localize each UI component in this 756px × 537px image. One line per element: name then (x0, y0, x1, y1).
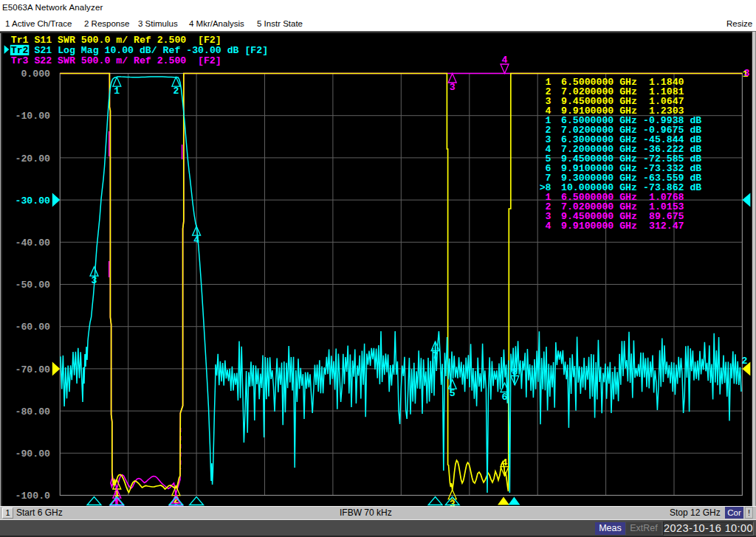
svg-text:dB: dB (690, 182, 701, 193)
svg-text:4: 4 (502, 55, 508, 66)
svg-text:-20.00: -20.00 (16, 153, 51, 164)
svg-text:5: 5 (450, 388, 456, 399)
svg-text:Tr1 S11 SWR 500.0 m/ Ref 2.500: Tr1 S11 SWR 500.0 m/ Ref 2.500 [F2] (11, 35, 221, 46)
svg-text:3: 3 (744, 68, 750, 79)
svg-text:-10.00: -10.00 (16, 111, 51, 122)
svg-text:6: 6 (502, 392, 508, 403)
svg-text:S21 Log Mag 10.00 dB/ Ref -30.: S21 Log Mag 10.00 dB/ Ref -30.00 dB [F2] (35, 45, 269, 56)
svg-text:Tr3 S22 SWR 500.0 m/ Ref 2.500: Tr3 S22 SWR 500.0 m/ Ref 2.500 [F2] (11, 55, 221, 66)
svg-text:1: 1 (114, 86, 120, 97)
svg-text:-90.00: -90.00 (16, 448, 51, 460)
svg-text:4: 4 (193, 235, 199, 246)
svg-text:-70.00: -70.00 (16, 364, 51, 375)
svg-text:7: 7 (433, 350, 439, 361)
svg-text:0.000: 0.000 (21, 69, 50, 80)
svg-text:-50.00: -50.00 (16, 280, 51, 291)
svg-text:4: 4 (502, 457, 508, 468)
svg-text:3: 3 (450, 82, 456, 93)
svg-text:-80.00: -80.00 (16, 406, 51, 418)
svg-text:-40.00: -40.00 (16, 238, 51, 249)
svg-text:312.47: 312.47 (649, 221, 684, 232)
svg-text:2: 2 (742, 356, 748, 367)
svg-text:-30.00: -30.00 (16, 195, 51, 207)
svg-text:8: 8 (512, 367, 518, 378)
svg-text:4: 4 (546, 221, 551, 232)
svg-text:9.9100000 GHz: 9.9100000 GHz (561, 221, 637, 232)
svg-text:>: > (540, 182, 546, 193)
svg-text:3: 3 (92, 275, 97, 286)
svg-text:-100.0: -100.0 (16, 491, 51, 502)
svg-text:Tr2: Tr2 (11, 45, 29, 56)
svg-text:2: 2 (173, 86, 179, 97)
svg-text:-60.00: -60.00 (16, 322, 51, 333)
